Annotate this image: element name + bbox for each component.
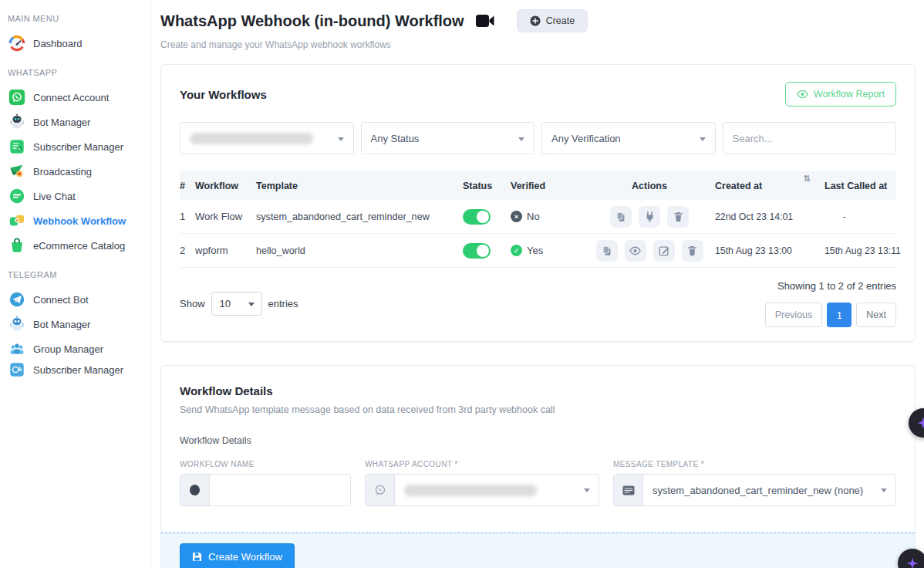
eye-icon — [629, 246, 641, 255]
sidebar-item-tg-bot-manager[interactable]: Bot Manager — [8, 312, 150, 336]
next-page-button[interactable]: Next — [856, 303, 896, 327]
col-header-created-at: Created at ⇅ — [715, 181, 825, 191]
create-button[interactable]: Create — [517, 9, 588, 32]
details-card-subtitle: Send WhatsApp template message based on … — [180, 404, 896, 415]
row-num: 1 — [180, 211, 195, 222]
page-number-button[interactable]: 1 — [827, 303, 851, 327]
table-row: 2 wpform hello_world ✓ Yes — [180, 234, 896, 268]
search-input[interactable] — [733, 133, 887, 144]
whatsapp-icon — [8, 88, 26, 106]
check-circle-icon: ✓ — [511, 245, 522, 256]
sidebar-item-label: eCommerce Catalog — [33, 240, 125, 252]
page-subtitle: Create and manage your WhatsApp webhook … — [160, 39, 915, 50]
edit-button[interactable] — [653, 240, 675, 262]
previous-page-button[interactable]: Previous — [765, 303, 823, 327]
sidebar-item-webhook-workflow[interactable]: Webhook Workflow — [8, 208, 150, 233]
workflow-report-button[interactable]: Workflow Report — [785, 82, 896, 106]
status-toggle[interactable] — [463, 243, 491, 259]
copy-button[interactable] — [610, 206, 632, 228]
pagination: Previous 1 Next — [765, 303, 896, 327]
whatsapp-account-select[interactable] — [395, 475, 599, 505]
sidebar-item-label: Connect Bot — [33, 294, 89, 306]
sidebar-item-ecommerce-catalog[interactable]: eCommerce Catalog — [8, 233, 150, 258]
status-filter-select[interactable]: Any Status — [361, 122, 535, 154]
page-size-select[interactable]: 10 — [211, 292, 262, 316]
sidebar-section-telegram: TELEGRAM — [8, 270, 150, 279]
sidebar-item-label: Live Chat — [33, 191, 76, 202]
x-circle-icon: × — [511, 211, 522, 222]
row-workflow-name: Work Flow — [195, 211, 256, 222]
sidebar-item-group-manager[interactable]: Group Manager — [8, 336, 150, 361]
chevron-down-icon — [700, 137, 706, 141]
col-header-workflow: Workflow — [195, 181, 256, 191]
video-camera-icon[interactable] — [475, 13, 495, 29]
show-label: Show — [180, 298, 205, 309]
sidebar-section-whatsapp: WHATSAPP — [8, 68, 150, 77]
plug-button[interactable] — [639, 206, 660, 228]
sidebar-section-main-menu: MAIN MENU — [8, 14, 150, 23]
sidebar-item-bot-manager[interactable]: Bot Manager — [8, 110, 150, 134]
col-header-status: Status — [463, 181, 511, 191]
message-template-group: system_abandoned_cart_reminder_new (none… — [613, 474, 896, 506]
row-workflow-name: wpform — [195, 245, 256, 256]
sidebar-item-connect-bot[interactable]: Connect Bot — [8, 287, 150, 312]
chevron-down-icon — [518, 137, 524, 141]
page-header: WhatsApp Webhook (in-bound) Workflow Cre… — [160, 9, 915, 32]
toggle-knob — [477, 245, 489, 257]
showing-entries-text: Showing 1 to 2 of 2 entries — [777, 280, 896, 292]
chevron-down-icon — [881, 489, 887, 492]
sidebar-item-dashboard[interactable]: Dashboard — [8, 31, 150, 56]
megaphone-icon — [8, 162, 26, 181]
create-button-label: Create — [546, 15, 575, 26]
whatsapp-account-label: WHATSAPP ACCOUNT * — [365, 460, 599, 468]
workflow-icon — [8, 211, 26, 230]
workflows-table: # Workflow Template Status Verified Acti… — [180, 171, 896, 268]
copy-icon — [615, 211, 626, 222]
account-filter-select[interactable] — [180, 122, 354, 154]
sidebar-item-label: Connect Account — [33, 92, 109, 103]
col-header-template: Template — [256, 181, 463, 191]
sidebar-item-subscriber-manager[interactable]: Subscriber Manager — [8, 134, 150, 159]
toggle-knob — [477, 211, 489, 223]
details-card-title: Workflow Details — [180, 384, 896, 397]
sidebar-item-label: Bot Manager — [33, 117, 90, 128]
verified-value: Yes — [527, 245, 543, 256]
row-last-called: - — [825, 211, 896, 222]
chevron-down-icon — [338, 137, 344, 141]
message-template-value: system_abandoned_cart_reminder_new (none… — [653, 485, 863, 496]
sparkle-icon — [905, 556, 919, 568]
copy-button[interactable] — [596, 240, 618, 262]
verification-filter-value: Any Verification — [551, 133, 621, 144]
workflow-name-input[interactable] — [219, 485, 341, 496]
sort-icon[interactable]: ⇅ — [804, 174, 811, 184]
details-card-footer: Create Workflow — [161, 532, 915, 568]
verification-filter-select[interactable]: Any Verification — [541, 122, 716, 154]
row-template-name: hello_world — [256, 245, 463, 256]
row-created-at: 22nd Oct 23 14:01 — [715, 211, 825, 222]
create-workflow-button[interactable]: Create Workflow — [180, 543, 295, 568]
sidebar: MAIN MENU Dashboard WHATSAPP Connect Acc… — [0, 0, 151, 568]
sidebar-item-live-chat[interactable]: Live Chat — [8, 184, 150, 208]
status-toggle[interactable] — [463, 209, 491, 225]
plug-icon — [645, 211, 655, 222]
view-button[interactable] — [625, 240, 646, 262]
gauge-icon — [8, 34, 26, 52]
chevron-down-icon — [248, 303, 255, 306]
sidebar-item-broadcasting[interactable]: Broadcasting — [8, 159, 150, 184]
workflow-details-card: Workflow Details Send WhatsApp template … — [160, 365, 916, 568]
redacted-account-value — [404, 485, 537, 496]
delete-button[interactable] — [667, 206, 689, 228]
page-size-value: 10 — [220, 298, 231, 309]
delete-button[interactable] — [682, 240, 703, 262]
robot-icon — [8, 113, 26, 131]
row-template-name: system_abandoned_cart_reminder_new — [256, 211, 463, 222]
chat-bubble-icon — [8, 187, 26, 205]
sidebar-item-connect-account[interactable]: Connect Account — [8, 85, 150, 110]
row-last-called: 15th Aug 23 13:11 — [825, 245, 901, 256]
details-form-row: WORKFLOW NAME WHATSAPP ACCOUNT * — [180, 460, 896, 506]
message-template-select[interactable]: system_abandoned_cart_reminder_new (none… — [643, 475, 895, 505]
row-actions — [584, 206, 715, 228]
table-row: 1 Work Flow system_abandoned_cart_remind… — [180, 200, 896, 234]
sidebar-item-tg-subscriber-manager[interactable]: Subscriber Manager — [8, 361, 150, 378]
edit-icon — [659, 245, 669, 256]
